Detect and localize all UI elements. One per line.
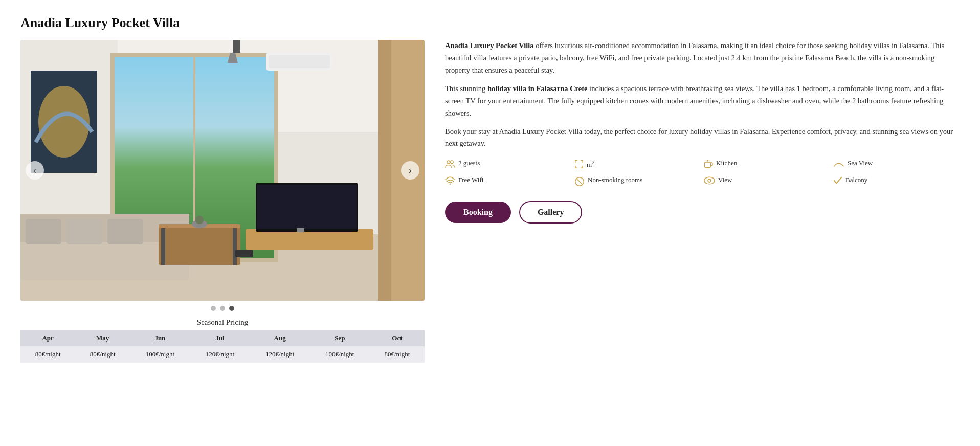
- view-icon: [704, 176, 715, 187]
- seaview-icon: [833, 160, 844, 170]
- amenity-guests-label: 2 guests: [458, 159, 480, 167]
- slider-next-button[interactable]: ›: [401, 161, 419, 180]
- desc-para2: This stunning holiday villa in Falasarna…: [445, 83, 960, 120]
- amenity-balcony-label: Balcony: [845, 176, 867, 184]
- amenity-balcony: Balcony: [833, 176, 960, 189]
- svg-rect-28: [297, 228, 304, 232]
- left-column: ‹ › Seasonal Pricing Apr May Jun Jul Aug: [20, 40, 425, 363]
- svg-rect-9: [378, 40, 391, 301]
- amenities-grid: 2 guests m2: [445, 159, 960, 189]
- guests-icon: [445, 160, 455, 171]
- pricing-header-row: Apr May Jun Jul Aug Sep Oct: [20, 330, 425, 346]
- amenity-nosmoking: Non-smoking rooms: [574, 176, 701, 189]
- gallery-button[interactable]: Gallery: [519, 201, 583, 224]
- col-aug: Aug: [250, 330, 310, 346]
- svg-rect-29: [235, 250, 253, 257]
- price-jul: 120€/night: [190, 346, 250, 363]
- amenity-seaview-label: Sea View: [848, 159, 873, 167]
- desc-para1-bold: Anadia Luxury Pocket Villa: [445, 41, 534, 50]
- desc-para2-pre: This stunning: [445, 84, 487, 93]
- svg-rect-27: [257, 185, 357, 229]
- col-may: May: [75, 330, 130, 346]
- page-title: Anadia Luxury Pocket Villa: [20, 15, 960, 31]
- svg-rect-18: [26, 219, 61, 244]
- pricing-section: Seasonal Pricing Apr May Jun Jul Aug Sep…: [20, 318, 425, 363]
- description: Anadia Luxury Pocket Villa offers luxuri…: [445, 40, 960, 150]
- slider-dot-2[interactable]: [220, 306, 225, 311]
- slider-prev-button[interactable]: ‹: [26, 161, 44, 180]
- amenity-guests: 2 guests: [445, 159, 571, 171]
- desc-para1: Anadia Luxury Pocket Villa offers luxuri…: [445, 40, 960, 77]
- svg-point-32: [447, 161, 450, 164]
- slider-dots: [20, 306, 425, 311]
- svg-point-40: [704, 177, 715, 185]
- sqm-icon: [574, 160, 584, 171]
- col-apr: Apr: [20, 330, 75, 346]
- svg-rect-24: [233, 228, 237, 265]
- amenity-kitchen-label: Kitchen: [716, 159, 737, 167]
- price-jun: 100€/night: [130, 346, 190, 363]
- col-sep: Sep: [310, 330, 370, 346]
- booking-button[interactable]: Booking: [445, 202, 511, 223]
- svg-rect-25: [246, 229, 373, 250]
- amenity-view: View: [704, 176, 830, 189]
- svg-rect-14: [233, 40, 240, 53]
- svg-rect-19: [66, 219, 102, 244]
- svg-point-37: [450, 184, 451, 185]
- main-layout: ‹ › Seasonal Pricing Apr May Jun Jul Aug: [20, 40, 960, 363]
- amenity-sqm: m2: [574, 159, 701, 171]
- kitchen-icon: [704, 160, 713, 171]
- amenity-seaview: Sea View: [833, 159, 960, 171]
- svg-point-33: [450, 161, 453, 164]
- svg-rect-23: [161, 228, 165, 265]
- price-apr: 80€/night: [20, 346, 75, 363]
- nosmoking-icon: [574, 176, 585, 189]
- room-illustration: [20, 40, 425, 301]
- amenity-kitchen: Kitchen: [704, 159, 830, 171]
- price-may: 80€/night: [75, 346, 130, 363]
- price-aug: 120€/night: [250, 346, 310, 363]
- col-oct: Oct: [370, 330, 425, 346]
- col-jun: Jun: [130, 330, 190, 346]
- pricing-data-row: 80€/night 80€/night 100€/night 120€/nigh…: [20, 346, 425, 363]
- image-slider: ‹ ›: [20, 40, 425, 301]
- buttons-row: Booking Gallery: [445, 201, 960, 224]
- right-column: Anadia Luxury Pocket Villa offers luxuri…: [445, 40, 960, 224]
- amenity-view-label: View: [718, 176, 732, 184]
- amenity-sqm-label: m2: [587, 159, 595, 169]
- wifi-icon: [445, 176, 455, 187]
- slider-image: [20, 40, 425, 301]
- price-sep: 100€/night: [310, 346, 370, 363]
- pricing-title: Seasonal Pricing: [20, 318, 425, 327]
- col-jul: Jul: [190, 330, 250, 346]
- svg-point-41: [708, 179, 711, 182]
- amenity-wifi-label: Free Wifi: [458, 176, 483, 184]
- desc-para3: Book your stay at Anadia Luxury Pocket V…: [445, 126, 960, 150]
- pricing-table: Apr May Jun Jul Aug Sep Oct 80€/night 80…: [20, 330, 425, 363]
- balcony-icon: [833, 176, 842, 187]
- svg-line-39: [576, 179, 583, 185]
- amenity-nosmoking-label: Non-smoking rooms: [588, 176, 642, 184]
- svg-rect-13: [269, 55, 330, 68]
- desc-para2-bold: holiday villa in Falasarna Crete: [487, 84, 588, 93]
- svg-rect-21: [159, 224, 240, 265]
- slider-dot-1[interactable]: [211, 306, 216, 311]
- slider-dot-3[interactable]: [229, 306, 234, 311]
- svg-rect-20: [107, 219, 143, 244]
- svg-point-31: [195, 216, 204, 224]
- price-oct: 80€/night: [370, 346, 425, 363]
- amenity-wifi: Free Wifi: [445, 176, 571, 189]
